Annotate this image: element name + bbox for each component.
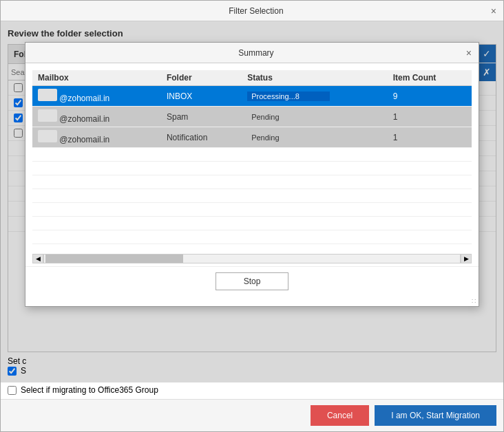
summary-row-1-status-text: Processing...8: [247, 91, 330, 101]
start-migration-button[interactable]: I am OK, Start Migration: [375, 405, 496, 426]
summary-row-3: @zohomail.in Notification Pending 1: [32, 127, 472, 148]
cancel-button[interactable]: Cancel: [311, 405, 369, 426]
avatar-2: [38, 109, 57, 122]
modal-title: Summary: [46, 48, 466, 58]
summary-row-empty-4: [32, 189, 472, 203]
scroll-left-arrow[interactable]: ◀: [32, 254, 43, 263]
summary-row-1-folder: INBOX: [161, 86, 242, 107]
summary-row-empty-5: [32, 203, 472, 217]
summary-row-empty-6: [32, 217, 472, 230]
summary-footer: Stop: [25, 266, 479, 296]
stop-button[interactable]: Stop: [216, 272, 289, 290]
summary-modal: Summary × Mailbox Folder Status Item Cou…: [25, 42, 479, 307]
summary-col-status: Status: [242, 70, 387, 86]
summary-row-3-status: Pending: [242, 127, 387, 148]
summary-row-empty-2: [32, 162, 472, 175]
title-bar: Filter Selection ×: [1, 1, 503, 21]
summary-scrollbar[interactable]: [43, 254, 461, 263]
office365-checkbox[interactable]: [8, 386, 17, 395]
summary-row-2-folder: Spam: [161, 107, 242, 127]
summary-table-area: Mailbox Folder Status Item Count: [25, 63, 479, 251]
summary-row-3-folder: Notification: [161, 127, 242, 148]
summary-col-mailbox: Mailbox: [32, 70, 161, 86]
summary-row-2: @zohomail.in Spam Pending 1: [32, 107, 472, 127]
summary-row-empty-7: [32, 230, 472, 244]
scroll-right-arrow[interactable]: ▶: [461, 254, 472, 263]
summary-scrollbar-area: ◀ ▶: [25, 251, 479, 266]
modal-title-bar: Summary ×: [25, 43, 479, 63]
avatar-1: [38, 89, 57, 101]
summary-row-2-status: Pending: [242, 107, 387, 127]
office365-row: Select if migrating to Office365 Group: [1, 382, 503, 399]
summary-row-2-mailbox: @zohomail.in: [32, 107, 161, 127]
window-close-button[interactable]: ×: [491, 6, 496, 16]
summary-row-2-count: 1: [388, 107, 472, 127]
summary-row-empty-1: [32, 148, 472, 162]
summary-row-1-count: 9: [388, 86, 472, 107]
office365-label: Select if migrating to Office365 Group: [21, 385, 158, 395]
summary-row-3-status-text: Pending: [247, 133, 283, 142]
modal-overlay: Summary × Mailbox Folder Status Item Cou…: [1, 21, 503, 382]
main-content: Review the folder selection Folder Path …: [1, 21, 503, 382]
window-title: Filter Selection: [21, 6, 491, 16]
summary-row-2-mailbox-text: @zohomail.in: [59, 114, 109, 124]
summary-row-empty-3: [32, 175, 472, 189]
summary-row-1: @zohomail.in INBOX Processing...8 9: [32, 86, 472, 107]
summary-row-1-mailbox: @zohomail.in: [32, 86, 161, 107]
summary-row-3-mailbox: @zohomail.in: [32, 127, 161, 148]
scrollbar-thumb: [45, 255, 183, 263]
summary-row-1-mailbox-text: @zohomail.in: [59, 94, 109, 103]
modal-close-button[interactable]: ×: [466, 47, 472, 58]
summary-row-3-mailbox-text: @zohomail.in: [59, 135, 109, 144]
summary-row-2-status-text: Pending: [247, 112, 283, 122]
summary-row-1-status: Processing...8: [242, 86, 387, 107]
summary-table: Mailbox Folder Status Item Count: [32, 70, 472, 244]
summary-col-itemcount: Item Count: [388, 70, 472, 86]
resize-handle[interactable]: ∷: [25, 296, 479, 306]
footer-buttons: Cancel I am OK, Start Migration: [1, 399, 503, 431]
summary-row-3-count: 1: [388, 127, 472, 148]
main-window: Filter Selection × Review the folder sel…: [0, 0, 504, 432]
avatar-3: [38, 130, 57, 142]
summary-col-folder: Folder: [161, 70, 242, 86]
